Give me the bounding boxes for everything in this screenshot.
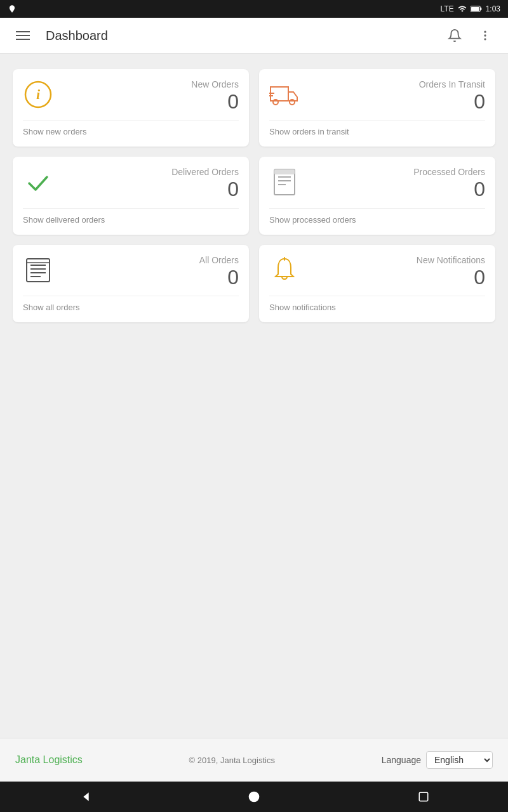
notification-button[interactable] bbox=[442, 23, 467, 48]
battery-icon bbox=[471, 5, 482, 13]
menu-icon bbox=[16, 31, 30, 40]
svg-point-6 bbox=[484, 38, 486, 40]
all-orders-title: All Orders bbox=[199, 255, 239, 265]
page-title: Dashboard bbox=[46, 29, 108, 43]
footer-language-section: Language English Hindi Spanish bbox=[382, 751, 493, 769]
card-divider bbox=[23, 296, 239, 296]
processed-orders-count: 0 bbox=[413, 177, 485, 201]
card-divider bbox=[23, 120, 239, 121]
orders-in-transit-count: 0 bbox=[419, 89, 485, 114]
svg-rect-2 bbox=[480, 8, 481, 10]
new-orders-count: 0 bbox=[191, 89, 239, 114]
card-processed-orders[interactable]: Processed Orders 0 Show processed orders bbox=[259, 157, 495, 234]
svg-text:i: i bbox=[36, 86, 41, 102]
dashboard-grid: i New Orders 0 Show new orders bbox=[13, 69, 495, 322]
back-icon bbox=[78, 790, 91, 803]
card-new-notifications[interactable]: New Notifications 0 Show notifications bbox=[259, 245, 495, 322]
all-orders-link: Show all orders bbox=[23, 303, 239, 312]
svg-rect-3 bbox=[471, 7, 479, 11]
bottom-navigation bbox=[0, 782, 508, 812]
svg-point-4 bbox=[484, 31, 486, 33]
square-icon bbox=[418, 791, 429, 802]
footer-brand: Janta Logistics bbox=[15, 754, 83, 766]
svg-marker-25 bbox=[84, 792, 89, 801]
home-icon bbox=[248, 790, 260, 803]
orders-in-transit-link: Show orders in transit bbox=[269, 127, 485, 136]
delivered-orders-count: 0 bbox=[171, 177, 239, 201]
truck-icon bbox=[269, 79, 300, 110]
info-icon: i bbox=[23, 79, 53, 110]
status-bar: LTE 1:03 bbox=[0, 0, 508, 18]
delivered-orders-title: Delivered Orders bbox=[171, 167, 239, 177]
bell-icon bbox=[448, 29, 462, 43]
home-button[interactable] bbox=[239, 782, 269, 812]
menu-button[interactable] bbox=[10, 23, 36, 48]
card-divider bbox=[269, 208, 485, 209]
svg-point-5 bbox=[484, 34, 486, 36]
signal-icon bbox=[458, 4, 467, 13]
lte-indicator: LTE bbox=[441, 4, 454, 13]
notifications-link: Show notifications bbox=[269, 303, 485, 312]
all-orders-count: 0 bbox=[199, 265, 239, 289]
svg-rect-27 bbox=[419, 792, 428, 801]
processed-orders-title: Processed Orders bbox=[413, 167, 485, 177]
main-content: i New Orders 0 Show new orders bbox=[0, 54, 508, 738]
language-label: Language bbox=[382, 755, 421, 765]
new-notifications-count: 0 bbox=[417, 265, 485, 289]
card-new-orders[interactable]: i New Orders 0 Show new orders bbox=[13, 69, 249, 147]
new-orders-link: Show new orders bbox=[23, 127, 239, 136]
card-divider bbox=[269, 296, 485, 296]
new-orders-title: New Orders bbox=[191, 79, 239, 89]
language-select[interactable]: English Hindi Spanish bbox=[426, 751, 493, 769]
card-divider bbox=[269, 120, 485, 121]
more-button[interactable] bbox=[472, 23, 498, 48]
delivered-orders-link: Show delivered orders bbox=[23, 215, 239, 225]
list-icon bbox=[23, 255, 53, 285]
card-delivered-orders[interactable]: Delivered Orders 0 Show delivered orders bbox=[13, 157, 249, 234]
more-vertical-icon bbox=[479, 29, 491, 42]
status-icon bbox=[8, 4, 17, 13]
footer-copyright: © 2019, Janta Logistics bbox=[189, 756, 275, 765]
checkmark-icon bbox=[23, 167, 53, 197]
clock: 1:03 bbox=[486, 4, 500, 13]
processed-orders-link: Show processed orders bbox=[269, 215, 485, 225]
new-notifications-title: New Notifications bbox=[417, 255, 485, 265]
svg-point-26 bbox=[249, 792, 260, 802]
back-button[interactable] bbox=[69, 782, 100, 812]
svg-rect-17 bbox=[274, 169, 295, 174]
recents-button[interactable] bbox=[408, 782, 439, 812]
card-orders-in-transit[interactable]: Orders In Transit 0 Show orders in trans… bbox=[259, 69, 495, 147]
notification-bell-icon bbox=[269, 255, 300, 285]
orders-in-transit-title: Orders In Transit bbox=[419, 79, 485, 89]
card-all-orders[interactable]: All Orders 0 Show all orders bbox=[13, 245, 249, 322]
app-bar: Dashboard bbox=[0, 18, 508, 53]
footer: Janta Logistics © 2019, Janta Logistics … bbox=[0, 738, 508, 782]
document-icon bbox=[269, 167, 300, 197]
card-divider bbox=[23, 208, 239, 209]
